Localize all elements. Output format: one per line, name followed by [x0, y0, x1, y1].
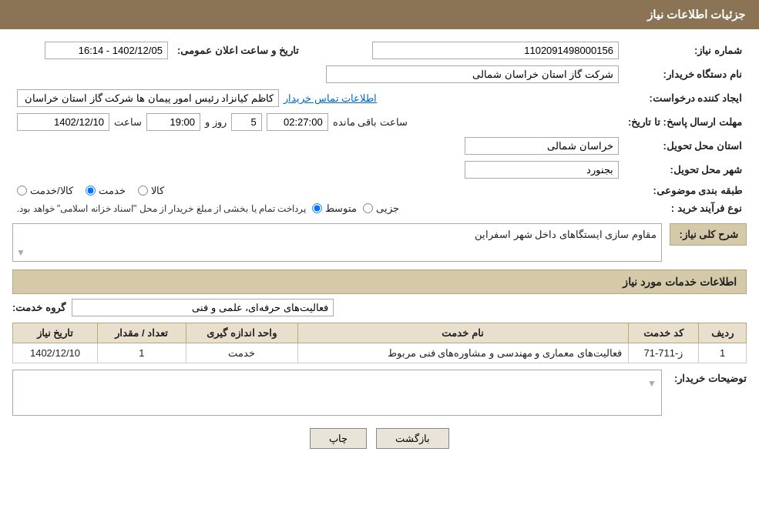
main-content: شماره نیاز: تاریخ و ساعت اعلان عمومی: نا…	[0, 29, 759, 466]
buyer-desc-area: ▼	[12, 370, 662, 416]
response-remaining-input	[267, 113, 328, 131]
table-row: ایجاد کننده درخواست: اطلاعات تماس خریدار	[12, 86, 747, 110]
response-date-input	[17, 113, 109, 131]
cell-date: 1402/12/10	[13, 343, 98, 363]
print-button[interactable]: چاپ	[310, 428, 367, 449]
table-row: شماره نیاز: تاریخ و ساعت اعلان عمومی:	[12, 38, 747, 62]
services-table: ردیف کد خدمت نام خدمت واحد اندازه گیری ت…	[12, 323, 747, 363]
need-description-text: مقاوم سازی ایستگاهای داخل شهر اسفراین	[475, 229, 657, 240]
category-khadamat[interactable]: خدمت	[86, 185, 126, 196]
col-service-name: نام خدمت	[297, 323, 628, 343]
category-khadamat-label: خدمت	[99, 185, 126, 196]
table-row: استان محل تحویل:	[12, 134, 747, 158]
buyer-description-row: توضیحات خریدار: ▼	[12, 370, 747, 416]
response-time-label: ساعت	[114, 116, 142, 128]
announce-datetime-input	[45, 42, 168, 59]
col-date: تاریخ نیاز	[13, 323, 98, 343]
category-kala-khadamat-label: کالا/خدمت	[30, 185, 73, 196]
process-note: پرداخت تمام یا بخشی از مبلغ خریدار از مح…	[17, 203, 306, 214]
process-jozei[interactable]: جزیی	[363, 202, 399, 214]
cell-service-code: ز-711-71	[628, 343, 699, 363]
page-header: جزئیات اطلاعات نیاز	[0, 0, 759, 29]
service-group-label: گروه خدمت:	[12, 302, 65, 313]
col-row-num: ردیف	[699, 323, 747, 343]
table-row: طبقه بندی موضوعی: کالا/خدمت خدمت کالا	[12, 182, 747, 199]
category-label: طبقه بندی موضوعی:	[623, 182, 747, 199]
table-row: نوع فرآیند خرید : پرداخت تمام یا بخشی از…	[12, 199, 747, 217]
announce-datetime-label: تاریخ و ساعت اعلان عمومی:	[173, 38, 314, 62]
category-kala[interactable]: کالا	[138, 185, 164, 196]
response-days-input	[231, 113, 262, 131]
category-kala-label: کالا	[151, 185, 164, 196]
cell-unit: خدمت	[186, 343, 297, 363]
response-remaining-label: ساعت باقی مانده	[333, 116, 408, 128]
buyer-org-label: نام دستگاه خریدار:	[623, 62, 747, 86]
need-description-area: مقاوم سازی ایستگاهای داخل شهر اسفراین ▼	[12, 223, 662, 262]
footer-buttons: بازگشت چاپ	[12, 428, 747, 449]
service-group-input	[72, 299, 334, 316]
col-unit: واحد اندازه گیری	[186, 323, 297, 343]
info-table: شماره نیاز: تاریخ و ساعت اعلان عمومی: نا…	[12, 38, 747, 217]
delivery-city-label: شهر محل تحویل:	[623, 158, 747, 182]
requester-label: ایجاد کننده درخواست:	[623, 86, 747, 110]
back-button[interactable]: بازگشت	[376, 428, 449, 449]
page-wrapper: جزئیات اطلاعات نیاز شماره نیاز: تاریخ و …	[0, 0, 759, 532]
process-motavaset-label: متوسط	[325, 202, 357, 214]
table-row: نام دستگاه خریدار:	[12, 62, 747, 86]
buyer-org-input	[326, 65, 619, 83]
process-jozei-label: جزیی	[376, 202, 399, 214]
response-time-input	[146, 113, 200, 131]
col-quantity: تعداد / مقدار	[97, 323, 186, 343]
contact-info-link[interactable]: اطلاعات تماس خریدار	[284, 92, 377, 104]
process-type-label: نوع فرآیند خرید :	[623, 199, 747, 217]
col-service-code: کد خدمت	[628, 323, 699, 343]
process-motavaset[interactable]: متوسط	[312, 202, 357, 214]
cell-row-num: 1	[699, 343, 747, 363]
response-deadline-label: مهلت ارسال پاسخ: تا تاریخ:	[623, 110, 747, 134]
page-title: جزئیات اطلاعات نیاز	[647, 8, 745, 21]
requester-input	[17, 89, 279, 107]
table-row: شهر محل تحویل:	[12, 158, 747, 182]
response-days-label: روز و	[205, 116, 227, 128]
category-radio-group: کالا/خدمت خدمت کالا	[17, 185, 619, 196]
need-description-label: شرح کلی نیاز:	[670, 223, 747, 246]
delivery-city-input	[465, 161, 619, 179]
services-section-header: اطلاعات خدمات مورد نیاز	[12, 269, 747, 294]
cell-quantity: 1	[97, 343, 186, 363]
delivery-province-label: استان محل تحویل:	[623, 134, 747, 158]
need-number-input	[372, 42, 619, 59]
table-row: مهلت ارسال پاسخ: تا تاریخ: ساعت روز و سا…	[12, 110, 747, 134]
category-kala-khadamat[interactable]: کالا/خدمت	[17, 185, 73, 196]
buyer-desc-label: توضیحات خریدار:	[670, 370, 747, 384]
process-type-row: پرداخت تمام یا بخشی از مبلغ خریدار از مح…	[17, 202, 619, 214]
delivery-province-input	[465, 137, 619, 155]
cell-service-name: فعالیت‌های معماری و مهندسی و مشاوره‌های …	[297, 343, 628, 363]
table-row: 1 ز-711-71 فعالیت‌های معماری و مهندسی و …	[13, 343, 747, 363]
need-number-label: شماره نیاز:	[623, 38, 747, 62]
